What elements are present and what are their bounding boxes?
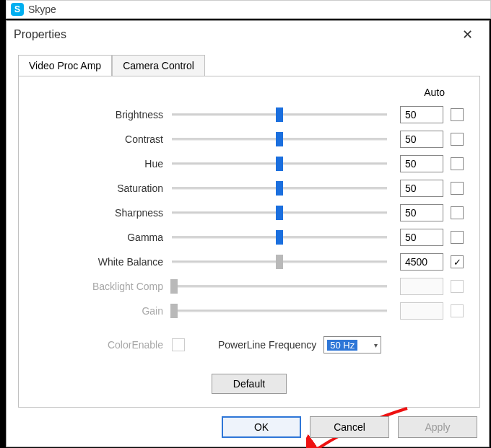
dialog-button-row: OK Cancel Apply — [222, 416, 477, 438]
slider-label: Backlight Comp — [35, 281, 172, 292]
apply-button[interactable]: Apply — [398, 416, 477, 438]
slider-thumb[interactable] — [276, 206, 283, 220]
slider-row: Gain — [35, 299, 464, 323]
app-window: S Skype — [6, 0, 491, 19]
slider-row: White Balance4500✓ — [35, 250, 464, 274]
slider-track[interactable] — [172, 107, 387, 122]
app-title: Skype — [28, 4, 56, 15]
slider-value-field[interactable]: 50 — [400, 204, 443, 221]
slider-row: Brightness50 — [35, 102, 464, 127]
slider-value-field[interactable]: 50 — [400, 106, 443, 123]
auto-checkbox[interactable] — [451, 157, 464, 170]
close-icon[interactable]: ✕ — [455, 25, 480, 44]
slider-track — [172, 304, 387, 318]
bottom-controls-row: ColorEnable PowerLine Frequency 50 Hz ▾ — [35, 336, 464, 353]
slider-track[interactable] — [172, 230, 387, 245]
colorenable-checkbox — [172, 338, 185, 351]
slider-label: Hue — [35, 158, 172, 170]
skype-icon: S — [11, 3, 24, 16]
tab-camera-control[interactable]: Camera Control — [112, 55, 205, 76]
slider-row: Contrast50 — [35, 127, 464, 151]
slider-value-field — [400, 278, 443, 295]
app-titlebar: S Skype — [6, 1, 490, 18]
tab-body: Auto Brightness50Contrast50Hue50Saturati… — [18, 76, 480, 408]
slider-track[interactable] — [172, 181, 387, 196]
auto-checkbox[interactable] — [451, 182, 464, 195]
slider-row: Saturation50 — [35, 176, 464, 201]
slider-thumb[interactable] — [276, 255, 283, 269]
slider-thumb[interactable] — [276, 157, 283, 171]
slider-track[interactable] — [172, 132, 387, 146]
auto-checkbox[interactable] — [451, 231, 464, 244]
auto-checkbox[interactable]: ✓ — [451, 255, 464, 268]
slider-value-field[interactable]: 4500 — [400, 253, 443, 271]
slider-track[interactable] — [172, 255, 387, 269]
auto-checkbox[interactable] — [451, 133, 464, 146]
chevron-down-icon: ▾ — [374, 341, 378, 349]
slider-row: Sharpness50 — [35, 201, 464, 225]
properties-dialog: Properties ✕ Video Proc Amp Camera Contr… — [6, 20, 490, 447]
slider-thumb — [170, 279, 178, 294]
slider-track — [172, 279, 387, 294]
slider-value-field[interactable]: 50 — [400, 155, 443, 172]
slider-row: Hue50 — [35, 151, 464, 176]
slider-thumb[interactable] — [276, 107, 283, 122]
slider-thumb[interactable] — [276, 230, 283, 245]
cancel-button[interactable]: Cancel — [310, 416, 389, 438]
slider-row: Backlight Comp — [35, 274, 464, 299]
slider-thumb — [170, 304, 178, 318]
colorenable-label: ColorEnable — [35, 339, 172, 351]
slider-value-field — [400, 302, 443, 320]
slider-track[interactable] — [172, 206, 387, 220]
slider-label: Gamma — [35, 232, 172, 243]
powerline-frequency-select[interactable]: 50 Hz ▾ — [323, 336, 381, 353]
tab-video-proc-amp[interactable]: Video Proc Amp — [18, 55, 112, 76]
slider-value-field[interactable]: 50 — [400, 180, 443, 197]
auto-column-header: Auto — [35, 87, 464, 98]
dialog-titlebar: Properties ✕ — [6, 21, 489, 48]
slider-label: Brightness — [35, 109, 172, 120]
tab-container: Video Proc Amp Camera Control Auto Brigh… — [18, 54, 480, 408]
auto-checkbox — [451, 304, 464, 317]
slider-thumb[interactable] — [276, 181, 283, 196]
powerline-frequency-value: 50 Hz — [327, 340, 357, 351]
auto-checkbox[interactable] — [451, 206, 464, 219]
slider-value-field[interactable]: 50 — [400, 131, 443, 148]
auto-checkbox — [451, 280, 464, 293]
slider-track[interactable] — [172, 157, 387, 171]
auto-checkbox[interactable] — [451, 108, 464, 121]
powerline-frequency-label: PowerLine Frequency — [218, 339, 316, 351]
slider-row: Gamma50 — [35, 225, 464, 250]
slider-label: Saturation — [35, 183, 172, 194]
ok-button[interactable]: OK — [222, 416, 301, 438]
default-button[interactable]: Default — [212, 374, 287, 394]
dialog-title: Properties — [14, 28, 66, 41]
slider-value-field[interactable]: 50 — [400, 229, 443, 246]
slider-label: Sharpness — [35, 207, 172, 219]
slider-label: White Balance — [35, 256, 172, 268]
slider-label: Contrast — [35, 133, 172, 145]
slider-thumb[interactable] — [276, 132, 283, 146]
tab-strip: Video Proc Amp Camera Control — [18, 54, 480, 76]
slider-label: Gain — [35, 305, 172, 317]
